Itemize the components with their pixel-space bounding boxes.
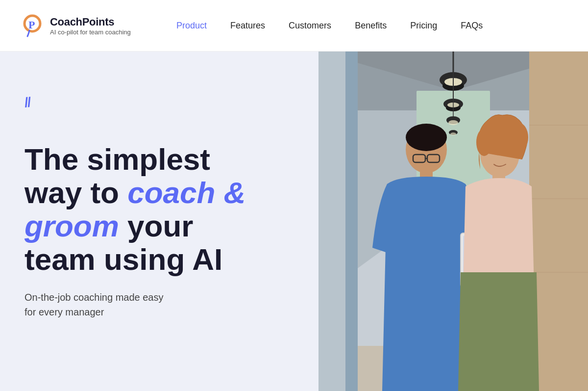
logo-text: CoachPoints AI co-pilot for team coachin… [50,16,131,36]
hero-left: // The simplest way to coach & groom you… [0,52,318,391]
logo-area[interactable]: P CoachPoints AI co-pilot for team coach… [20,13,157,38]
nav-features[interactable]: Features [230,21,265,31]
svg-rect-27 [345,52,358,391]
nav-faqs[interactable]: FAQs [461,21,483,31]
svg-point-29 [406,124,447,151]
hero-right [318,52,588,391]
header: P CoachPoints AI co-pilot for team coach… [0,0,588,52]
svg-rect-21 [529,52,588,391]
logo-icon: P [20,13,45,38]
hero-heading: The simplest way to coach & groom your t… [24,143,294,277]
subtext-line1: On-the-job coaching made easy [24,292,164,303]
heading-line1: The simplest [24,142,210,176]
nav-benefits[interactable]: Benefits [355,21,387,31]
heading-highlight2: groom [24,209,119,243]
heading-line4: team using AI [24,242,222,276]
svg-text:P: P [28,19,35,31]
hero-section: // The simplest way to coach & groom you… [0,52,588,391]
nav-pricing[interactable]: Pricing [410,21,437,31]
decoration-sparkle: // [24,96,31,110]
heading-highlight1: coach & [127,176,245,209]
svg-point-40 [476,129,492,156]
hero-subtext: On-the-job coaching made easy for every … [24,290,211,319]
svg-point-19 [450,132,456,135]
heading-line3-suffix: your [119,209,194,243]
subtext-line2: for every manager [24,307,104,317]
brand-tagline: AI co-pilot for team coaching [50,28,131,36]
svg-point-17 [448,120,458,125]
main-nav: Product Features Customers Benefits Pric… [176,21,483,31]
hero-illustration [318,52,588,391]
brand-name: CoachPoints [50,16,131,28]
svg-point-39 [509,123,528,152]
heading-line2-prefix: way to [24,176,127,209]
nav-product[interactable]: Product [176,21,207,31]
nav-customers[interactable]: Customers [289,21,331,31]
